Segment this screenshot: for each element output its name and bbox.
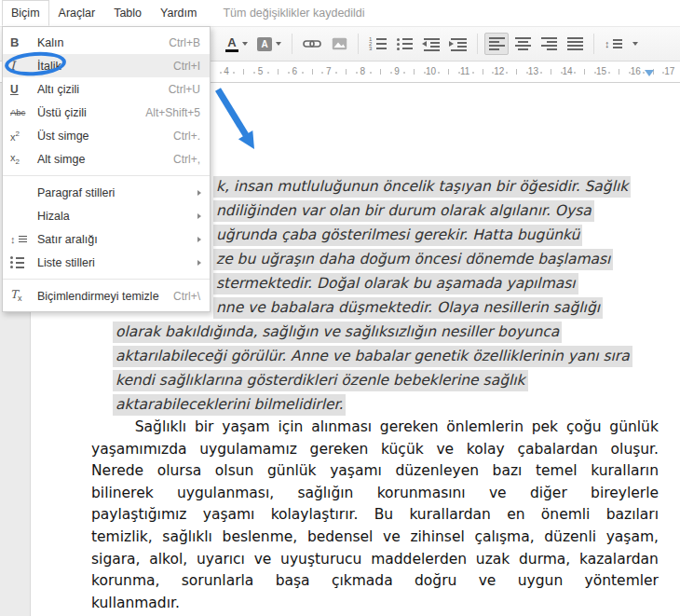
body-text-line: bilinerekuygulanması,sağlığınkorunmasını… [91, 485, 659, 507]
menu-shortcut: Ctrl+. [173, 130, 200, 143]
body-paragraph: Sağlıklıbiryaşamiçinalınmasıgerekenönlem… [91, 418, 659, 616]
ruler-tick [267, 72, 269, 74]
ruler-tick [608, 72, 610, 74]
ruler-tick [278, 69, 279, 75]
menu-item-paragraf-stilleri[interactable]: Paragraf stilleri [3, 181, 210, 204]
menu-item-satır-aralığı[interactable]: ↕Satır aralığı [3, 227, 210, 251]
chevron-down-icon [276, 42, 281, 46]
menu-item-alt-simge[interactable]: x2Alt simgeCtrl+, [3, 147, 210, 171]
body-text-line: Sağlıklıbiryaşamiçinalınmasıgerekenönlem… [91, 418, 659, 441]
menu-item-label: Üst simge [37, 130, 173, 143]
body-text-line: sigara,alkol,uyarıcıveuyuşturucumaddeler… [91, 551, 659, 573]
ruler-tick [380, 69, 381, 75]
insert-link-icon [303, 38, 321, 49]
submenu-arrow-icon [197, 190, 201, 196]
ruler-tick [472, 72, 474, 74]
text-color-button[interactable]: A [222, 33, 252, 55]
menu-shortcut: Alt+Shift+5 [145, 106, 200, 119]
ruler-tick [390, 72, 392, 74]
strikethrough-icon: Abc [10, 107, 31, 117]
justify-icon [567, 37, 583, 50]
ruler-tick [288, 72, 290, 74]
menu-shortcut: Ctrl+U [169, 83, 200, 96]
submenu-arrow-icon [197, 237, 201, 242]
line-spacing-icon: ↕ [605, 38, 629, 49]
decrease-indent-button[interactable] [418, 33, 443, 55]
toolbar-separator [477, 34, 478, 54]
menu-item-kalın[interactable]: BKalınCtrl+B [3, 31, 210, 54]
ruler-tick [516, 69, 517, 75]
menu-bar: BiçimAraçlarTabloYardımTüm değişiklikler… [0, 0, 680, 26]
ruler-tick [448, 69, 449, 75]
selected-text-line: olarak bakıldığında, sağlığın ve sağlıks… [113, 322, 672, 346]
align-center-icon [515, 37, 531, 50]
menu-item-label: Kalın [37, 36, 169, 49]
bold-icon: B [10, 35, 31, 49]
menu-item-altı-çizili[interactable]: UAltı çiziliCtrl+U [3, 77, 210, 101]
ruler-tick [220, 72, 222, 74]
ruler-tick [561, 72, 563, 74]
menu-item-üstü-çizili[interactable]: AbcÜstü çiziliAlt+Shift+5 [3, 101, 210, 124]
menu-tab-tablo[interactable]: Tablo [104, 0, 151, 26]
ruler-tick [551, 69, 551, 75]
body-text-line: kullanmadır. [91, 595, 659, 616]
menu-tab-yardım[interactable]: Yardım [151, 0, 206, 26]
ruler-tick [370, 72, 372, 74]
ruler-tick [346, 69, 347, 75]
menu-shortcut: Ctrl+, [173, 153, 200, 166]
menu-item-label: Alt simge [37, 153, 173, 166]
menu-separator [3, 175, 210, 176]
chevron-down-icon [242, 42, 248, 46]
ruler-tick [619, 69, 619, 75]
highlight-color-button[interactable]: A [253, 33, 285, 55]
list-styles-icon [10, 256, 31, 268]
menu-item-label: Liste stilleri [37, 256, 197, 269]
chevron-down-icon [632, 42, 638, 46]
ruler-tick [243, 69, 244, 75]
menu-item-label: Altı çizili [37, 83, 169, 96]
body-text-line: temizlik,sağlıklıbeslenme,bedenselvezihi… [91, 528, 659, 551]
menu-item-label: Satır aralığı [37, 233, 197, 246]
toolbar-separator [593, 34, 594, 54]
menu-item-label: Biçimlendirmeyi temizle [37, 290, 173, 303]
ruler-tick [438, 72, 440, 74]
superscript-icon: x2 [10, 130, 31, 143]
menu-tab-araçlar[interactable]: Araçlar [49, 0, 105, 26]
increase-indent-button[interactable] [445, 33, 470, 55]
justify-button[interactable] [563, 33, 587, 55]
ruler-tick [584, 69, 585, 75]
toolbar-separator [358, 34, 359, 54]
align-right-button[interactable] [537, 33, 561, 55]
ruler-tick [540, 72, 542, 74]
body-text-line: paylaştığımızyaşamıkolaylaştırır.Bukural… [91, 506, 659, 528]
insert-image-icon [332, 37, 347, 50]
menu-item-label: Üstü çizili [37, 106, 145, 119]
bulleted-list-button[interactable] [392, 33, 416, 55]
body-text-line: yaşamımızdauygulamamızgerekenküçükvekola… [91, 441, 659, 463]
menu-tab-biçim[interactable]: Biçim [2, 0, 49, 26]
ruler-tick [414, 69, 415, 75]
indent-marker-icon[interactable] [645, 70, 654, 76]
selected-text-line: kendi sağlıklarına gösterdikleri özenle … [113, 370, 672, 394]
menu-item-label: Hizala [37, 210, 197, 223]
numbered-list-button[interactable]: 123 [365, 33, 390, 55]
menu-item-üst-simge[interactable]: x2Üst simgeCtrl+. [3, 124, 210, 147]
menu-shortcut: Ctrl+I [173, 60, 200, 73]
bulleted-list-icon [397, 38, 413, 50]
align-right-icon [541, 37, 557, 50]
save-status-text: Tüm değişiklikler kaydedildi [223, 0, 364, 26]
toolbar-separator [292, 34, 292, 54]
align-left-button[interactable] [484, 33, 509, 55]
menu-item-hizala[interactable]: Hizala [3, 204, 210, 227]
ruler-tick [312, 69, 313, 75]
insert-image-button[interactable] [327, 33, 351, 55]
submenu-arrow-icon [197, 260, 201, 266]
insert-link-button[interactable] [299, 33, 325, 55]
selected-text-line: aktarılabileceği görülür. Anne ve babala… [113, 346, 672, 370]
increase-indent-icon [449, 37, 467, 50]
align-left-icon [489, 37, 505, 50]
menu-item-biçimlendirmeyi-temizle[interactable]: TxBiçimlendirmeyi temizleCtrl+\ [3, 284, 210, 308]
line-spacing-button[interactable]: ↕ [601, 33, 642, 55]
align-center-button[interactable] [510, 33, 535, 55]
menu-item-liste-stilleri[interactable]: Liste stilleri [3, 251, 210, 274]
